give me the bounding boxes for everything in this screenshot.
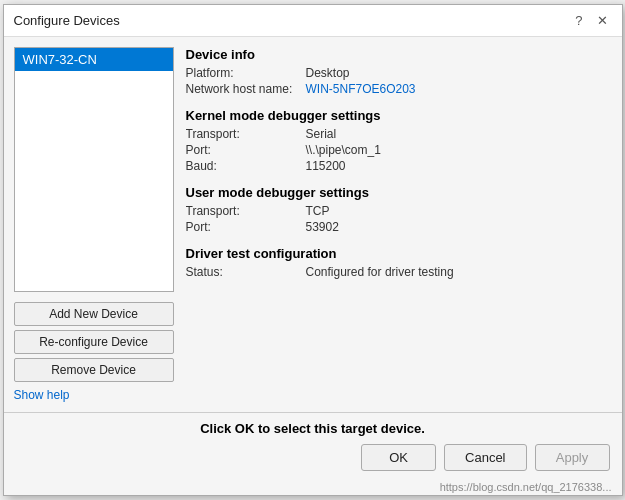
footer-message: Click OK to select this target device. bbox=[200, 421, 425, 436]
user-settings-title: User mode debugger settings bbox=[186, 185, 612, 200]
show-help-link[interactable]: Show help bbox=[14, 388, 174, 402]
user-transport-label: Transport: bbox=[186, 204, 306, 218]
cancel-button[interactable]: Cancel bbox=[444, 444, 526, 471]
kernel-baud-value: 115200 bbox=[306, 159, 346, 173]
kernel-baud-label: Baud: bbox=[186, 159, 306, 173]
user-port-value: 53902 bbox=[306, 220, 339, 234]
watermark: https://blog.csdn.net/qq_2176338... bbox=[4, 479, 622, 495]
driver-config-title: Driver test configuration bbox=[186, 246, 612, 261]
platform-row: Platform: Desktop bbox=[186, 66, 612, 80]
dialog-title: Configure Devices bbox=[14, 13, 120, 28]
close-button[interactable]: ✕ bbox=[593, 14, 612, 27]
kernel-settings-section: Kernel mode debugger settings Transport:… bbox=[186, 108, 612, 175]
apply-button[interactable]: Apply bbox=[535, 444, 610, 471]
driver-status-value: Configured for driver testing bbox=[306, 265, 454, 279]
device-list-item[interactable]: WIN7-32-CN bbox=[15, 48, 173, 71]
configure-devices-dialog: Configure Devices ? ✕ WIN7-32-CN Add New… bbox=[3, 4, 623, 496]
user-port-row: Port: 53902 bbox=[186, 220, 612, 234]
help-icon-btn[interactable]: ? bbox=[571, 14, 586, 27]
dialog-footer: Click OK to select this target device. O… bbox=[4, 412, 622, 479]
network-row: Network host name: WIN-5NF7OE6O203 bbox=[186, 82, 612, 96]
user-port-label: Port: bbox=[186, 220, 306, 234]
kernel-baud-row: Baud: 115200 bbox=[186, 159, 612, 173]
kernel-transport-label: Transport: bbox=[186, 127, 306, 141]
user-transport-value: TCP bbox=[306, 204, 330, 218]
driver-status-row: Status: Configured for driver testing bbox=[186, 265, 612, 279]
title-bar-controls: ? ✕ bbox=[571, 14, 611, 27]
platform-label: Platform: bbox=[186, 66, 306, 80]
reconfigure-device-button[interactable]: Re-configure Device bbox=[14, 330, 174, 354]
kernel-port-label: Port: bbox=[186, 143, 306, 157]
driver-config-section: Driver test configuration Status: Config… bbox=[186, 246, 612, 281]
ok-button[interactable]: OK bbox=[361, 444, 436, 471]
remove-device-button[interactable]: Remove Device bbox=[14, 358, 174, 382]
user-transport-row: Transport: TCP bbox=[186, 204, 612, 218]
add-new-device-button[interactable]: Add New Device bbox=[14, 302, 174, 326]
dialog-body: WIN7-32-CN Add New Device Re-configure D… bbox=[4, 37, 622, 412]
device-info-section: Device info Platform: Desktop Network ho… bbox=[186, 47, 612, 98]
kernel-transport-row: Transport: Serial bbox=[186, 127, 612, 141]
kernel-port-row: Port: \\.\pipe\com_1 bbox=[186, 143, 612, 157]
title-bar: Configure Devices ? ✕ bbox=[4, 5, 622, 37]
left-buttons: Add New Device Re-configure Device Remov… bbox=[14, 302, 174, 402]
device-info-title: Device info bbox=[186, 47, 612, 62]
device-list[interactable]: WIN7-32-CN bbox=[14, 47, 174, 292]
driver-status-label: Status: bbox=[186, 265, 306, 279]
right-panel: Device info Platform: Desktop Network ho… bbox=[186, 47, 612, 402]
kernel-port-value: \\.\pipe\com_1 bbox=[306, 143, 381, 157]
network-value: WIN-5NF7OE6O203 bbox=[306, 82, 416, 96]
kernel-settings-title: Kernel mode debugger settings bbox=[186, 108, 612, 123]
kernel-transport-value: Serial bbox=[306, 127, 337, 141]
user-settings-section: User mode debugger settings Transport: T… bbox=[186, 185, 612, 236]
network-label: Network host name: bbox=[186, 82, 306, 96]
footer-buttons: OK Cancel Apply bbox=[361, 444, 609, 471]
left-panel: WIN7-32-CN Add New Device Re-configure D… bbox=[14, 47, 174, 402]
platform-value: Desktop bbox=[306, 66, 350, 80]
